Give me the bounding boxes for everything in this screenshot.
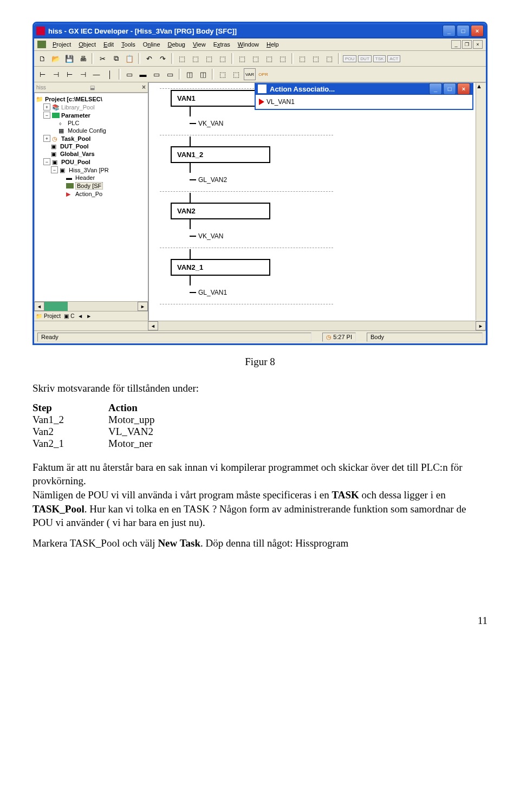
tool-icon[interactable]: ⬚ (217, 53, 229, 64)
tree-plc[interactable]: PLC (68, 120, 79, 126)
dut-tag[interactable]: DUT (358, 55, 371, 62)
tree-module-config[interactable]: Module Config (68, 127, 106, 134)
tool-icon[interactable]: ⬚ (323, 53, 335, 64)
tab-scroll-right-icon[interactable]: ► (86, 313, 92, 319)
tree-dut-pool[interactable]: DUT_Pool (60, 143, 89, 150)
tree-body-selected[interactable]: Body [SF (75, 182, 103, 190)
menu-object[interactable]: Object (75, 40, 99, 49)
sidebar-close-button[interactable]: × (142, 83, 146, 91)
tool-icon[interactable]: ▭ (123, 68, 135, 80)
redo-icon[interactable]: ↷ (157, 53, 168, 64)
tool-icon[interactable]: ⬚ (176, 53, 188, 64)
tool-icon[interactable]: │ (104, 68, 116, 80)
tool-icon[interactable]: ⬚ (250, 53, 262, 64)
project-tree[interactable]: 📁Project [c:\MELSEC\ +📚Library_Pool −Par… (34, 93, 148, 301)
tool-icon[interactable]: ▬ (137, 68, 149, 80)
maximize-button[interactable]: □ (457, 25, 470, 37)
tool-icon[interactable]: ⬚ (236, 53, 248, 64)
expand-icon[interactable]: + (43, 135, 50, 142)
pou-tag[interactable]: POU (343, 55, 356, 62)
tool-icon[interactable]: ⬚ (263, 53, 275, 64)
tool-icon[interactable]: ⊢ (36, 68, 48, 80)
tree-task-pool[interactable]: Task_Pool (61, 135, 90, 142)
var-icon[interactable]: VAR (244, 68, 256, 80)
aa-item[interactable]: VL_VAN1 (259, 98, 469, 106)
menu-edit[interactable]: Edit (100, 40, 117, 49)
aa-minimize-button[interactable]: _ (429, 83, 442, 95)
copy-icon[interactable]: ⧉ (110, 53, 122, 64)
action-association-window[interactable]: Action Associatio... _ □ × VL_VAN1 (255, 82, 473, 110)
scroll-left-icon[interactable]: ◄ (148, 321, 158, 330)
aa-close-button[interactable]: × (457, 83, 470, 95)
menu-extras[interactable]: Extras (210, 40, 233, 49)
menu-window[interactable]: Window (235, 40, 262, 49)
mdi-restore-button[interactable]: ❐ (462, 40, 472, 49)
tab-scroll-left-icon[interactable]: ◄ (77, 313, 83, 319)
tool-icon[interactable]: ⬚ (190, 53, 202, 64)
collapse-icon[interactable]: − (51, 166, 58, 173)
undo-icon[interactable]: ↶ (143, 53, 155, 64)
tool-icon[interactable]: ⊣ (50, 68, 62, 80)
sfc-transition[interactable]: GL_VAN2 (190, 176, 333, 184)
tree-action-pool[interactable]: Action_Po (75, 191, 102, 197)
close-button[interactable]: × (471, 25, 484, 37)
save-icon[interactable]: 💾 (63, 53, 75, 64)
tree-pou-pool[interactable]: POU_Pool (61, 159, 90, 165)
menu-online[interactable]: Online (140, 40, 164, 49)
scroll-right-icon[interactable]: ► (476, 321, 486, 330)
vscrollbar[interactable]: ▲ (476, 83, 485, 320)
sfc-step-van2-1[interactable]: VAN2_1 (171, 259, 270, 276)
sfc-transition[interactable]: GL_VAN1 (190, 289, 333, 296)
cut-icon[interactable]: ✂ (96, 53, 108, 64)
tool-icon[interactable]: ◫ (184, 68, 196, 80)
tool-icon[interactable]: ▭ (151, 68, 162, 80)
tree-root[interactable]: Project [c:\MELSEC\ (45, 96, 102, 102)
tool-icon[interactable]: ⬚ (296, 53, 308, 64)
tool-icon[interactable]: ⬚ (217, 68, 229, 80)
tsk-tag[interactable]: TSK (373, 55, 386, 62)
opr-icon[interactable]: OPR (257, 68, 269, 80)
scroll-left-icon[interactable]: ◄ (34, 302, 44, 311)
sfc-transition[interactable]: VK_VAN (190, 120, 333, 127)
sfc-canvas[interactable]: VAN1 VK_VAN VAN1_2 GL_VAN2 VAN2 VK_VAN V… (148, 82, 486, 321)
tool-icon[interactable]: ⬚ (203, 53, 215, 64)
menu-help[interactable]: Help (263, 40, 282, 49)
sfc-step-van2[interactable]: VAN2 (171, 203, 270, 219)
new-icon[interactable]: 🗋 (36, 53, 48, 64)
tool-icon[interactable]: ⊣ (77, 68, 89, 80)
tool-icon[interactable]: — (90, 68, 102, 80)
tree-parameter[interactable]: Parameter (61, 112, 90, 119)
tool-icon[interactable]: ▭ (164, 68, 176, 80)
mdi-close-button[interactable]: × (473, 40, 483, 49)
mdi-minimize-button[interactable]: _ (451, 40, 461, 49)
tree-header[interactable]: Header (75, 174, 95, 181)
print-icon[interactable]: 🖶 (77, 53, 89, 64)
open-icon[interactable]: 📂 (50, 53, 62, 64)
expand-icon[interactable]: + (43, 103, 50, 111)
act-tag[interactable]: ACT (387, 55, 400, 62)
other-tab[interactable]: ▣C (64, 313, 74, 319)
tree-hiss-3van[interactable]: Hiss_3Van [PR (69, 167, 109, 173)
collapse-icon[interactable]: − (43, 158, 50, 165)
minimize-button[interactable]: _ (443, 25, 456, 37)
menu-tools[interactable]: Tools (118, 40, 139, 49)
tree-hscroll[interactable]: ◄ ► (34, 301, 148, 311)
tool-icon[interactable]: ⬚ (310, 53, 322, 64)
scroll-up-icon[interactable]: ▲ (476, 83, 485, 92)
menu-project[interactable]: Project (49, 40, 74, 49)
canvas-hscroll[interactable]: ◄ ► (34, 321, 486, 330)
sfc-step-van1-2[interactable]: VAN1_2 (171, 146, 270, 163)
tool-icon[interactable]: ◫ (197, 68, 209, 80)
sfc-transition[interactable]: VK_VAN (190, 232, 333, 240)
tree-library-pool[interactable]: Library_Pool (61, 104, 95, 111)
paste-icon[interactable]: 📋 (123, 53, 135, 64)
collapse-icon[interactable]: − (43, 112, 50, 119)
tool-icon[interactable]: ⬚ (230, 68, 242, 80)
project-tab[interactable]: 📁Project (36, 313, 61, 319)
tool-icon[interactable]: ⊢ (63, 68, 75, 80)
menu-debug[interactable]: Debug (165, 40, 188, 49)
menu-view[interactable]: View (190, 40, 209, 49)
titlebar[interactable]: hiss - GX IEC Developer - [Hiss_3Van [PR… (34, 23, 486, 38)
scroll-right-icon[interactable]: ► (138, 302, 148, 311)
tool-icon[interactable]: ⬚ (277, 53, 289, 64)
